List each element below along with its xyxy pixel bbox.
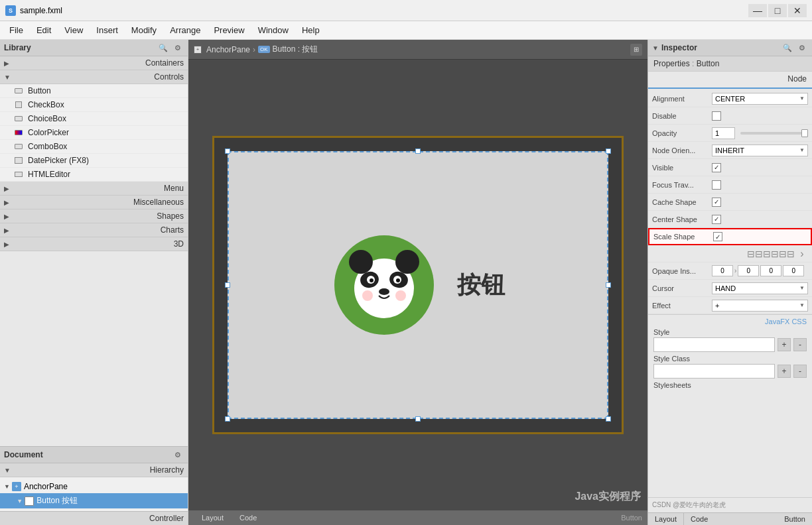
inspector-tab-layout[interactable]: Layout <box>648 513 684 525</box>
menu-window[interactable]: Window <box>251 23 295 38</box>
hier-anchor-pane[interactable]: ▼ + AnchorPane <box>0 480 188 493</box>
inspector-search-icon[interactable]: 🔍 <box>781 42 793 54</box>
breadcrumb-expand-icon[interactable]: ⊞ <box>630 44 642 56</box>
combobox-item-icon <box>13 141 24 152</box>
left-panel: Library 🔍 ⚙ ▶ Containers ▼ Controls Butt… <box>0 40 188 525</box>
style-add-button[interactable]: + <box>778 338 791 351</box>
category-controls[interactable]: ▼ Controls <box>0 70 188 84</box>
maximize-button[interactable]: □ <box>768 4 787 17</box>
opaque-right[interactable]: 0 <box>738 265 759 276</box>
alignment-dropdown[interactable]: CENTER ▼ <box>712 93 808 105</box>
breadcrumb-anchor[interactable]: + AnchorPane <box>194 45 250 54</box>
disable-checkbox[interactable] <box>712 111 721 121</box>
style-input[interactable] <box>653 337 775 352</box>
lib-item-htmleditor[interactable]: HTMLEditor <box>0 168 188 182</box>
category-containers[interactable]: ▶ Containers <box>0 56 188 70</box>
opacity-input[interactable]: 1 <box>712 127 735 139</box>
visible-checkbox[interactable] <box>712 163 721 172</box>
close-button[interactable]: ✕ <box>788 4 807 17</box>
handle-top-right[interactable] <box>606 148 611 154</box>
menu-bar: File Edit View Insert Modify Arrange Pre… <box>0 21 812 40</box>
cache-shape-checkbox[interactable] <box>712 198 721 207</box>
menu-arrange[interactable]: Arrange <box>163 23 207 38</box>
focus-trav-checkbox[interactable] <box>712 180 721 190</box>
cursor-value: HAND ▼ <box>712 282 808 294</box>
canvas-inner: 按钮 <box>228 151 608 419</box>
lib-item-checkbox-label: CheckBox <box>28 100 64 109</box>
category-3d[interactable]: ▶ 3D <box>0 237 188 251</box>
style-input-row: + - <box>653 337 807 352</box>
inspector-tab-code[interactable]: Code <box>684 513 714 525</box>
svg-point-3 <box>395 250 419 274</box>
handle-bot-right[interactable] <box>606 416 611 422</box>
opaque-bottom[interactable]: 0 <box>760 265 781 276</box>
icons-row-left: ⊟⊟⊟⊟⊟⊟ <box>747 249 795 259</box>
style-class-add-button[interactable]: + <box>778 365 791 378</box>
prop-expand-icon[interactable]: › <box>796 248 808 260</box>
menu-modify[interactable]: Modify <box>125 23 163 38</box>
handle-top-left[interactable] <box>225 148 230 154</box>
category-charts[interactable]: ▶ Charts <box>0 223 188 237</box>
anchor-pane-icon: + <box>12 482 21 491</box>
lib-item-choicebox[interactable]: ChoiceBox <box>0 112 188 126</box>
scale-shape-label: Scale Shape <box>653 233 713 241</box>
style-class-input[interactable] <box>653 364 775 379</box>
handle-mid-left[interactable] <box>225 282 230 288</box>
effect-dropdown[interactable]: + ▼ <box>712 300 808 312</box>
menu-file[interactable]: File <box>3 23 30 38</box>
library-settings-icon[interactable]: ⚙ <box>172 42 184 54</box>
hierarchy-list: ▼ + AnchorPane ▼ OK Button 按钮 <box>0 477 188 511</box>
button-hier-label: Button 按钮 <box>36 495 78 506</box>
handle-bot-center[interactable] <box>415 416 421 422</box>
category-miscellaneous[interactable]: ▶ Miscellaneous <box>0 196 188 209</box>
panda-graphic <box>331 232 437 338</box>
title-text: sample.fxml <box>20 6 62 15</box>
canvas-container[interactable]: 按钮 Java实例程序 <box>188 60 647 510</box>
handle-mid-right[interactable] <box>606 282 611 288</box>
breadcrumb-button[interactable]: OK Button : 按钮 <box>258 44 318 55</box>
tab-layout[interactable]: Layout <box>194 512 232 523</box>
lib-item-colorpicker[interactable]: ColorPicker <box>0 126 188 140</box>
center-shape-checkbox[interactable] <box>712 215 721 224</box>
node-orient-dropdown[interactable]: INHERIT ▼ <box>712 145 808 156</box>
handle-top-center[interactable] <box>415 148 421 154</box>
containers-arrow: ▶ <box>4 60 9 67</box>
style-class-remove-button[interactable]: - <box>793 365 807 378</box>
style-label: Style <box>653 328 807 336</box>
menu-help[interactable]: Help <box>295 23 326 38</box>
library-search-icon[interactable]: 🔍 <box>157 42 169 54</box>
javafx-css-label[interactable]: JavaFX CSS <box>653 318 807 325</box>
hier-button[interactable]: ▼ OK Button 按钮 <box>0 493 188 508</box>
misc-label: Miscellaneous <box>133 198 184 207</box>
node-orient-arrow: ▼ <box>799 147 805 153</box>
category-menu[interactable]: ▶ Menu <box>0 182 188 196</box>
lib-item-button[interactable]: Button <box>0 84 188 98</box>
prop-scale-shape: Scale Shape <box>648 228 812 245</box>
bottom-button-label: Button <box>621 514 642 522</box>
lib-item-datepicker[interactable]: DatePicker (FX8) <box>0 154 188 168</box>
cursor-dropdown[interactable]: HAND ▼ <box>712 282 808 294</box>
button-breadcrumb-icon: OK <box>258 46 270 53</box>
button-expand-icon: ▼ <box>17 498 23 504</box>
document-icons: ⚙ <box>172 449 184 461</box>
opaque-left[interactable]: 0 <box>783 265 804 276</box>
svg-point-9 <box>396 278 400 282</box>
node-separator <box>648 88 812 89</box>
style-remove-button[interactable]: - <box>793 338 807 351</box>
inspector-settings-icon[interactable]: ⚙ <box>796 42 808 54</box>
category-shapes[interactable]: ▶ Shapes <box>0 209 188 223</box>
menu-preview[interactable]: Preview <box>207 23 251 38</box>
lib-item-combobox[interactable]: ComboBox <box>0 140 188 154</box>
opaque-top[interactable]: 0 <box>712 265 733 276</box>
scale-shape-checkbox[interactable] <box>713 232 722 241</box>
hierarchy-header[interactable]: ▼ Hierarchy <box>0 463 188 477</box>
menu-view[interactable]: View <box>58 23 90 38</box>
lib-item-checkbox[interactable]: CheckBox <box>0 98 188 112</box>
tab-code[interactable]: Code <box>232 512 265 523</box>
opacity-slider[interactable] <box>740 132 808 135</box>
menu-insert[interactable]: Insert <box>90 23 125 38</box>
minimize-button[interactable]: — <box>748 4 767 17</box>
handle-bot-left[interactable] <box>225 416 230 422</box>
menu-edit[interactable]: Edit <box>30 23 58 38</box>
document-settings-icon[interactable]: ⚙ <box>172 449 184 461</box>
